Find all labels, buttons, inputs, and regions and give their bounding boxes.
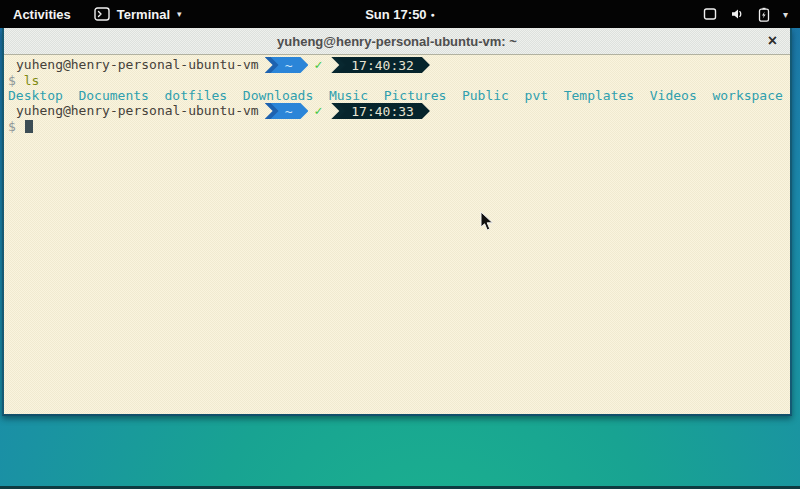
prompt-dollar: $ — [8, 73, 16, 88]
app-menu-caret-icon: ▾ — [177, 9, 182, 19]
command-text: ls — [24, 73, 40, 88]
terminal-cursor — [25, 120, 33, 133]
prompt-line: yuheng@henry-personal-ubuntu-vm ~ ✓ 17:4… — [8, 57, 790, 73]
window-titlebar[interactable]: yuheng@henry-personal-ubuntu-vm: ~ × — [4, 28, 790, 55]
volume-icon — [730, 7, 745, 21]
prompt-status-check-icon: ✓ — [314, 57, 322, 73]
command-line: $ ls — [8, 73, 790, 88]
prompt-user-host: yuheng@henry-personal-ubuntu-vm — [8, 57, 259, 73]
prompt-time-segment: 17:40:33 — [337, 103, 430, 119]
activities-button[interactable]: Activities — [0, 0, 84, 28]
system-menu-button[interactable]: ▾ — [691, 0, 800, 28]
terminal-window: yuheng@henry-personal-ubuntu-vm: ~ × yuh… — [2, 28, 792, 416]
notification-dot-icon: ● — [431, 11, 435, 18]
prompt-status-check-icon: ✓ — [314, 103, 322, 119]
terminal-app-icon — [94, 7, 110, 21]
battery-charging-icon — [758, 7, 770, 22]
display-icon — [703, 7, 717, 21]
terminal-content[interactable]: yuheng@henry-personal-ubuntu-vm ~ ✓ 17:4… — [4, 55, 790, 414]
window-title: yuheng@henry-personal-ubuntu-vm: ~ — [277, 34, 517, 49]
close-button[interactable]: × — [768, 33, 777, 49]
clock-label: Sun 17:50 — [365, 7, 426, 22]
prompt-line: yuheng@henry-personal-ubuntu-vm ~ ✓ 17:4… — [8, 103, 790, 119]
desktop-background[interactable] — [0, 416, 800, 489]
app-menu-button[interactable]: Terminal ▾ — [84, 0, 192, 28]
input-line[interactable]: $ — [8, 119, 790, 134]
prompt-user-host: yuheng@henry-personal-ubuntu-vm — [8, 103, 259, 119]
clock-button[interactable]: Sun 17:50 ● — [365, 0, 435, 28]
top-bar: Activities Terminal ▾ Sun 17:50 ● — [0, 0, 800, 28]
prompt-time-segment: 17:40:32 — [337, 57, 430, 73]
prompt-dollar: $ — [8, 119, 16, 134]
ls-output: Desktop Documents dotfiles Downloads Mus… — [8, 88, 790, 103]
chevron-down-icon: ▾ — [783, 9, 788, 20]
app-menu-label: Terminal — [117, 7, 170, 22]
